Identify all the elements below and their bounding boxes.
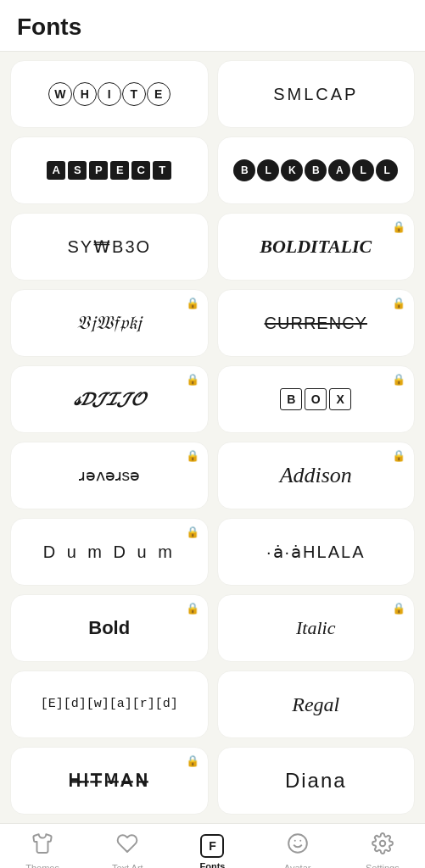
font-display-hlala: ·ȧ·ȧHLALA xyxy=(256,542,375,562)
nav-item-fonts[interactable]: F Fonts xyxy=(178,834,246,869)
font-display-italic: Italic xyxy=(286,617,345,639)
face-icon xyxy=(287,832,309,860)
font-card-empire[interactable]: 🔒 𝓈𝓓𝓙𝓘𝓙𝓞 xyxy=(10,365,209,433)
lock-icon-hitman: 🔒 xyxy=(186,754,199,767)
nav-item-text-art[interactable]: Text Art xyxy=(93,832,161,869)
font-display-fraktur: 𝔙𝔧𝔚𝔣𝔭𝔨𝔧 xyxy=(66,312,152,334)
font-display-box: B O X xyxy=(270,388,361,410)
lock-icon-box: 🔒 xyxy=(392,373,405,386)
font-card-italic[interactable]: 🔒 Italic xyxy=(217,594,416,662)
nav-label-fonts: Fonts xyxy=(199,861,225,869)
font-card-fraktur[interactable]: 🔒 𝔙𝔧𝔚𝔣𝔭𝔨𝔧 xyxy=(10,289,209,357)
font-display-addison: Addison xyxy=(270,462,362,488)
font-card-white[interactable]: W H I T E xyxy=(10,60,209,128)
font-display-currency: CURRENCY xyxy=(254,313,377,333)
font-card-box[interactable]: 🔒 B O X xyxy=(217,365,416,433)
nav-item-themes[interactable]: Themes xyxy=(8,832,76,869)
font-card-smlcap[interactable]: SMLCAP xyxy=(217,60,416,128)
nav-label-themes: Themes xyxy=(25,863,59,869)
svg-point-0 xyxy=(288,834,307,853)
font-card-symbo[interactable]: SY₩B3O xyxy=(10,213,209,281)
font-display-white: W H I T E xyxy=(38,82,181,106)
font-display-hitman: H̶I̶T̶M̶A̶N̶ xyxy=(58,771,160,791)
font-card-reverse[interactable]: 🔒 ɹǝʌǝɹsǝ xyxy=(10,442,209,509)
font-display-regal: Regal xyxy=(282,693,350,717)
font-display-blkball: B L K B A L L xyxy=(223,159,408,181)
lock-icon-currency: 🔒 xyxy=(392,297,405,309)
font-display-symbo: SY₩B3O xyxy=(57,236,161,257)
font-card-bolditalic[interactable]: 🔒 BOLDITALIC xyxy=(217,213,416,281)
font-grid: W H I T E SMLCAP A S P E C T B L K B A L… xyxy=(0,52,425,823)
font-display-empire: 𝓈𝓓𝓙𝓘𝓙𝓞 xyxy=(64,388,154,410)
font-card-dumdum[interactable]: 🔒 D u m D u m xyxy=(10,518,209,586)
lock-icon-fraktur: 🔒 xyxy=(186,297,199,309)
lock-icon-empire: 🔒 xyxy=(186,373,199,386)
font-card-diana[interactable]: Diana xyxy=(217,747,416,815)
font-display-bolditalic: BOLDITALIC xyxy=(249,236,382,258)
lock-icon-bold: 🔒 xyxy=(186,602,199,615)
font-card-hitman[interactable]: 🔒 H̶I̶T̶M̶A̶N̶ xyxy=(10,747,209,815)
font-display-bold: Bold xyxy=(78,617,140,639)
nav-label-avatar: Avatar xyxy=(284,863,311,869)
font-card-aspect[interactable]: A S P E C T xyxy=(10,136,209,204)
font-card-blkball[interactable]: B L K B A L L xyxy=(217,136,416,204)
lock-icon-addison: 🔒 xyxy=(392,449,405,462)
font-card-bold[interactable]: 🔒 Bold xyxy=(10,594,209,662)
nav-label-settings: Settings xyxy=(366,863,400,869)
font-display-diana: Diana xyxy=(275,769,357,793)
shirt-icon xyxy=(31,832,53,860)
page-title: Fonts xyxy=(17,14,408,41)
font-display-edward: [E][d][w][a][r][d] xyxy=(31,697,188,712)
font-display-aspect: A S P E C T xyxy=(36,161,182,180)
font-card-regal[interactable]: Regal xyxy=(217,670,416,738)
font-display-reverse: ɹǝʌǝɹsǝ xyxy=(69,466,151,486)
gear-icon xyxy=(372,832,394,860)
font-card-edward[interactable]: [E][d][w][a][r][d] xyxy=(10,670,209,738)
lock-icon-bolditalic: 🔒 xyxy=(392,220,405,233)
nav-label-text-art: Text Art xyxy=(112,863,143,869)
nav-item-avatar[interactable]: Avatar xyxy=(264,832,332,869)
font-display-smlcap: SMLCAP xyxy=(263,84,368,104)
font-card-currency[interactable]: 🔒 CURRENCY xyxy=(217,289,416,357)
nav-item-settings[interactable]: Settings xyxy=(349,832,417,869)
lock-icon-italic: 🔒 xyxy=(392,602,405,615)
heart-icon xyxy=(116,832,138,860)
svg-point-3 xyxy=(380,840,386,846)
lock-icon-dumdum: 🔒 xyxy=(186,526,199,538)
font-display-dumdum: D u m D u m xyxy=(33,542,186,562)
lock-icon-reverse: 🔒 xyxy=(186,449,199,462)
font-card-addison[interactable]: 🔒 Addison xyxy=(217,442,416,509)
fonts-icon: F xyxy=(200,834,224,858)
header: Fonts xyxy=(0,0,425,52)
font-card-hlala[interactable]: ·ȧ·ȧHLALA xyxy=(217,518,416,586)
bottom-nav: Themes Text Art F Fonts Avatar xyxy=(0,823,425,868)
